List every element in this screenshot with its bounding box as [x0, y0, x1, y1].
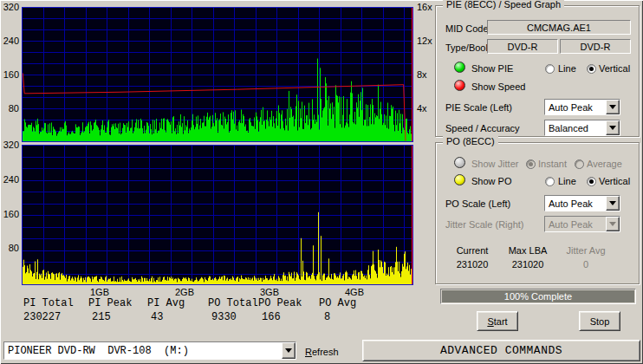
jitter-scale-dropdown: Auto Peak	[544, 216, 620, 232]
speed-accuracy-dropdown[interactable]: Balanced	[544, 120, 620, 136]
x-axis-label-3gb: 3GB	[252, 287, 287, 297]
disc-type-value: DVD-R	[508, 42, 538, 52]
po-scale-label: PO Scale (Left)	[445, 198, 510, 209]
pie-vertical-radio[interactable]	[587, 64, 596, 74]
show-po-led-icon[interactable]	[454, 174, 465, 185]
mid-code-label: MID Code	[445, 23, 489, 34]
jitter-scale-dropdown-arrow-icon	[606, 217, 620, 231]
speed-accuracy-dropdown-arrow-icon[interactable]	[606, 120, 620, 135]
po-graph-canvas	[22, 145, 413, 285]
show-pie-label: Show PIE	[471, 63, 513, 74]
drive-selector-dropdown[interactable]: PIONEER DVD-RW DVR-108 (M:)	[3, 341, 296, 360]
jitter-average-label: Average	[587, 159, 622, 169]
pie-scale-dropdown-arrow-icon[interactable]	[606, 100, 620, 114]
po-total-value: 9330	[211, 311, 237, 323]
jitter-instant-label: Instant	[538, 159, 567, 169]
x-axis-label-2gb: 2GB	[167, 287, 202, 297]
show-jitter-label: Show Jitter	[471, 159, 518, 169]
pi-avg-label: PI Avg	[147, 297, 185, 309]
show-jitter-led-icon	[454, 157, 465, 168]
pi-peak-value: 215	[92, 311, 111, 323]
po-avg-label: PO Avg	[319, 297, 356, 309]
stop-button[interactable]: Stop	[579, 311, 620, 331]
book-type-field: DVD-R	[560, 39, 631, 54]
refresh-button[interactable]: Refresh	[305, 347, 339, 357]
speed-axis-label: 8x	[417, 69, 427, 80]
scan-progress-bar: 100% Complete	[440, 289, 636, 304]
pi-avg-value: 43	[151, 311, 163, 323]
advanced-commands-button[interactable]: ADVANCED COMMANDS	[362, 340, 640, 361]
pie-line-radio[interactable]	[545, 64, 555, 74]
po-peak-label: PO Peak	[258, 297, 302, 309]
pie-y-axis-label: 80	[0, 103, 19, 114]
pie-y-axis-label: 240	[0, 36, 19, 46]
speed-axis-label: 16x	[417, 2, 432, 12]
po-line-label[interactable]: Line	[558, 176, 576, 186]
po-vertical-label[interactable]: Vertical	[599, 176, 630, 186]
x-axis-label-4gb: 4GB	[337, 287, 372, 297]
po-total-label: PO Total	[208, 297, 258, 309]
current-label: Current	[445, 245, 499, 256]
show-speed-label: Show Speed	[471, 81, 525, 92]
jitter-avg-label: Jitter Avg	[558, 245, 614, 256]
po-y-axis-label: 80	[0, 243, 19, 253]
book-type-value: DVD-R	[581, 42, 611, 52]
jitter-scale-value: Auto Peak	[545, 217, 606, 231]
po-vertical-radio[interactable]	[587, 177, 596, 186]
current-value: 231020	[445, 259, 499, 270]
drive-selector-arrow-icon[interactable]	[282, 342, 296, 359]
po-scale-value: Auto Peak	[545, 196, 606, 211]
x-axis-label-1gb: 1GB	[82, 287, 117, 297]
max-lba-value: 231020	[501, 259, 555, 270]
mid-code-value: CMCMAG.AE1	[527, 23, 591, 33]
start-button[interactable]: Start	[477, 311, 518, 331]
jitter-scale-label: Jitter Scale (Right)	[445, 219, 523, 230]
po-line-radio[interactable]	[545, 177, 555, 186]
po-y-axis-label: 160	[0, 209, 19, 219]
pie-vertical-label[interactable]: Vertical	[599, 63, 630, 74]
mid-code-field: CMCMAG.AE1	[487, 20, 631, 35]
po-peak-value: 166	[262, 311, 281, 323]
pie-y-axis-label: 320	[0, 2, 19, 12]
speed-accuracy-value: Balanced	[545, 120, 606, 135]
pie-scale-dropdown[interactable]: Auto Peak	[544, 99, 620, 115]
progress-text: 100% Complete	[504, 291, 572, 302]
pie-scale-value: Auto Peak	[545, 100, 606, 114]
po-avg-value: 8	[324, 311, 330, 323]
pi-peak-label: PI Peak	[88, 297, 132, 309]
po-y-axis-label: 320	[0, 140, 19, 150]
pie-line-label[interactable]: Line	[558, 63, 576, 74]
po-y-axis-label: 240	[0, 174, 19, 185]
disc-type-field: DVD-R	[487, 39, 558, 54]
pi-total-label: PI Total	[23, 297, 74, 309]
drive-selector-value: PIONEER DVD-RW DVR-108 (M:)	[4, 342, 282, 359]
po-scale-dropdown[interactable]: Auto Peak	[544, 195, 620, 211]
pi-total-value: 230227	[23, 311, 61, 323]
po-scale-dropdown-arrow-icon[interactable]	[606, 196, 620, 211]
dvdinfopro-scan-window: 320 240 160 80 16x 12x 8x 4x 320 240 160…	[0, 0, 643, 364]
pie-scale-label: PIE Scale (Left)	[445, 102, 512, 113]
show-pie-led-icon[interactable]	[454, 62, 465, 73]
jitter-average-radio	[575, 159, 584, 169]
pie-speed-group-title: PIE (8ECC) / Speed Graph	[443, 0, 564, 10]
pie-speed-graph-canvas	[22, 7, 413, 142]
po-group-title: PO (8ECC)	[443, 136, 498, 146]
show-speed-led-icon[interactable]	[454, 80, 465, 91]
speed-axis-label: 4x	[417, 103, 427, 114]
pie-y-axis-label: 160	[0, 69, 19, 80]
jitter-avg-value: 0	[558, 259, 614, 270]
speed-accuracy-label: Speed / Accuracy	[445, 123, 520, 133]
progress-fill: 100% Complete	[442, 290, 634, 302]
type-book-label: Type/Book	[445, 42, 490, 53]
show-po-label: Show PO	[471, 176, 511, 186]
speed-axis-label: 12x	[417, 36, 432, 46]
jitter-instant-radio	[526, 159, 536, 169]
max-lba-label: Max LBA	[501, 245, 555, 256]
